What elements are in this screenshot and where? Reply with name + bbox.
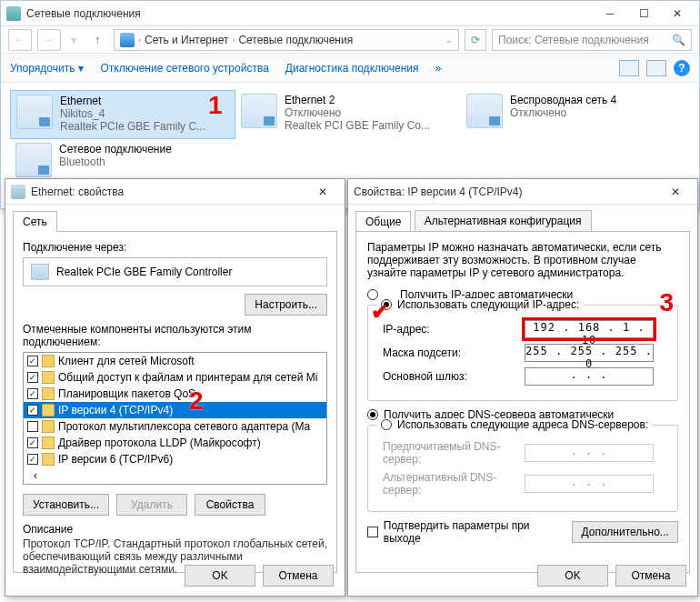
search-icon: 🔍	[672, 34, 685, 46]
up-button[interactable]: ↑	[86, 29, 108, 51]
help-button[interactable]: ?	[674, 60, 690, 76]
subnet-mask-input[interactable]: 255 . 255 . 255 . 0	[525, 344, 654, 362]
adapter-name: Realtek PCIe GBE Family Controller	[56, 266, 232, 278]
list-item[interactable]: ✓IP версии 6 (TCP/IPv6)	[24, 451, 326, 467]
tab-network[interactable]: Сеть	[13, 211, 57, 232]
radio-use-dns[interactable]: Использовать следующие адреса DNS-сервер…	[397, 418, 648, 431]
tab-alternative[interactable]: Альтернативная конфигурация	[415, 210, 592, 231]
component-icon	[42, 436, 55, 449]
info-paragraph: Параметры IP можно назначать автоматичес…	[367, 241, 678, 279]
annotation-2: 2	[189, 386, 204, 416]
connection-wifi[interactable]: Беспроводная сеть 4 Отключено	[461, 90, 686, 139]
list-item-ipv4[interactable]: ✓IP версии 4 (TCP/IPv4)	[24, 402, 326, 418]
remove-button[interactable]: Удалить	[116, 494, 187, 516]
item-title: Сетевое подключение	[59, 143, 172, 156]
item-title: Ethernet	[60, 95, 205, 107]
ip-address-input[interactable]: 192 . 168 . 1 . 10	[525, 320, 654, 338]
forward-button[interactable]: →	[37, 29, 61, 51]
checkbox-icon	[367, 527, 378, 537]
configure-button[interactable]: Настроить...	[245, 294, 327, 316]
dns2-input: . . .	[525, 475, 654, 493]
close-button[interactable]: ✕	[306, 182, 339, 202]
use-dns-group: Использовать следующие адреса DNS-сервер…	[367, 425, 678, 512]
annotation-3: 3	[659, 288, 674, 317]
adapter-icon	[15, 143, 52, 177]
maximize-button[interactable]: ☐	[627, 4, 660, 24]
list-item[interactable]: Протокол мультиплексора сетевого адаптер…	[24, 418, 326, 435]
network-icon	[6, 6, 21, 21]
chevron-down-icon[interactable]: ⌄	[445, 35, 453, 45]
close-button[interactable]: ✕	[659, 182, 692, 202]
recent-dropdown[interactable]: ▾	[66, 29, 81, 51]
crumb-network[interactable]: Сеть и Интернет	[145, 34, 228, 46]
view-button-1[interactable]	[619, 60, 639, 76]
more-menu[interactable]: »	[435, 62, 442, 75]
component-icon	[42, 371, 55, 384]
checkbox[interactable]: ✓	[27, 454, 38, 465]
gw-label: Основной шлюз:	[383, 370, 525, 383]
minimize-button[interactable]: ─	[594, 4, 626, 24]
back-button[interactable]: ←	[8, 29, 32, 51]
ip-label: IP-адрес:	[383, 323, 525, 336]
titlebar[interactable]: Ethernet: свойства ✕	[5, 179, 345, 205]
description-title: Описание	[23, 523, 327, 536]
use-ip-group: Использовать следующий IP-адрес: IP-адре…	[367, 305, 678, 401]
item-sub2: Realtek PCIe GBE Family C...	[60, 120, 205, 133]
component-icon	[42, 404, 55, 416]
radio-icon[interactable]	[381, 419, 392, 430]
window-title: Ethernet: свойства	[31, 186, 306, 198]
mask-label: Маска подсети:	[383, 346, 525, 359]
cancel-button[interactable]: Отмена	[263, 565, 334, 587]
adapter-icon	[241, 94, 277, 128]
ok-button[interactable]: OK	[185, 565, 255, 587]
list-item[interactable]: ‹	[24, 467, 326, 484]
breadcrumb[interactable]: › Сеть и Интернет › Сетевые подключения …	[114, 29, 459, 51]
organize-menu[interactable]: Упорядочить ▾	[10, 62, 84, 75]
radio-use-ip[interactable]: Использовать следующий IP-адрес:	[397, 298, 579, 311]
list-item[interactable]: ✓Клиент для сетей Microsoft	[24, 353, 326, 369]
refresh-button[interactable]: ⟳	[465, 29, 486, 51]
ethernet-properties-window: Ethernet: свойства ✕ Сеть Подключение че…	[5, 178, 345, 597]
disable-device-button[interactable]: Отключение сетевого устройства	[100, 62, 268, 75]
components-list[interactable]: ✓Клиент для сетей Microsoft ✓Общий досту…	[23, 352, 327, 485]
adapter-icon	[466, 94, 503, 128]
checkbox[interactable]: ✓	[27, 356, 38, 366]
adapter-box: Realtek PCIe GBE Family Controller	[23, 257, 327, 286]
checkbox[interactable]	[27, 421, 38, 432]
titlebar[interactable]: Свойства: IP версии 4 (TCP/IPv4) ✕	[348, 179, 697, 205]
diagnose-button[interactable]: Диагностика подключения	[285, 62, 419, 75]
properties-button[interactable]: Свойства	[195, 494, 265, 516]
advanced-button[interactable]: Дополнительно...	[572, 521, 678, 543]
checkbox[interactable]: ✓	[27, 437, 38, 448]
dns1-label: Предпочитаемый DNS-сервер:	[383, 440, 525, 466]
checkbox[interactable]: ✓	[27, 372, 38, 383]
ok-button[interactable]: OK	[537, 565, 608, 587]
list-item[interactable]: ✓Общий доступ к файлам и принтерам для с…	[24, 369, 326, 386]
tab-general[interactable]: Общие	[355, 211, 411, 232]
adapter-icon	[16, 95, 53, 129]
crumb-connections[interactable]: Сетевые подключения	[238, 34, 353, 46]
dns2-label: Альтернативный DNS-сервер:	[383, 471, 525, 497]
checkbox[interactable]: ✓	[27, 405, 38, 416]
item-sub1: Bluetooth	[59, 156, 172, 168]
gateway-input[interactable]: . . .	[525, 367, 654, 386]
item-sub1: Отключено	[285, 106, 430, 119]
checkbox[interactable]: ✓	[27, 388, 38, 399]
item-sub1: Nikitos_4	[60, 107, 205, 120]
connection-ethernet2[interactable]: Ethernet 2 Отключено Realtek PCI GBE Fam…	[235, 90, 461, 139]
chevron-left-icon: ‹	[27, 469, 44, 482]
search-input[interactable]: Поиск: Сетевые подключения 🔍	[492, 29, 692, 51]
validate-checkbox[interactable]: Подтвердить параметры при выходе Дополни…	[367, 519, 678, 545]
cancel-button[interactable]: Отмена	[615, 565, 686, 587]
adapter-icon	[11, 185, 25, 199]
install-button[interactable]: Установить...	[23, 494, 109, 516]
command-bar: Упорядочить ▾ Отключение сетевого устрой…	[1, 54, 699, 83]
search-placeholder: Поиск: Сетевые подключения	[498, 34, 649, 46]
list-item[interactable]: ✓Планировщик пакетов QoS	[24, 386, 326, 402]
item-title: Беспроводная сеть 4	[510, 94, 616, 106]
list-item[interactable]: ✓Драйвер протокола LLDP (Майкрософт)	[24, 435, 326, 451]
close-button[interactable]: ✕	[661, 4, 694, 24]
view-button-2[interactable]	[646, 60, 666, 76]
titlebar[interactable]: Сетевые подключения ─ ☐ ✕	[1, 1, 699, 26]
connection-ethernet[interactable]: Ethernet Nikitos_4 Realtek PCIe GBE Fami…	[10, 90, 235, 139]
